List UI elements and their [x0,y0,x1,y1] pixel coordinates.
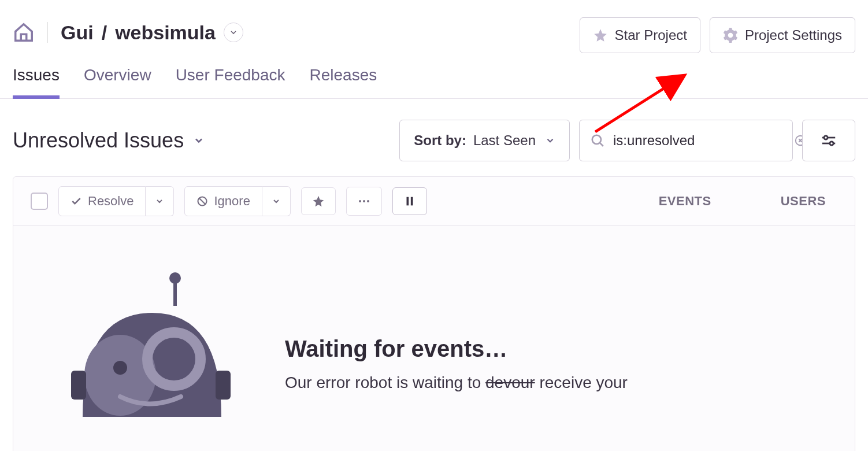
pause-stream-button[interactable] [392,187,427,215]
gear-icon [723,28,738,43]
svg-point-8 [363,200,365,202]
search-input[interactable] [613,132,786,149]
breadcrumb-org[interactable]: Gui [61,21,94,44]
issues-toolbar: Resolve Ignore [13,177,855,226]
project-settings-label: Project Settings [745,27,842,43]
project-dropdown[interactable] [224,23,243,42]
svg-point-16 [113,361,127,375]
svg-rect-10 [406,197,409,206]
sort-value: Last Seen [473,132,536,149]
col-users: USERS [781,194,826,209]
svg-point-5 [830,142,833,145]
col-events: EVENTS [659,194,711,209]
svg-rect-11 [411,197,413,206]
svg-point-3 [824,136,828,139]
breadcrumb-project[interactable]: websimula [115,21,216,44]
robot-illustration [48,249,244,428]
svg-rect-13 [173,283,177,306]
resolve-button[interactable]: Resolve [58,186,146,216]
search-icon [590,133,605,148]
nav-user-feedback[interactable]: User Feedback [176,66,285,98]
ignore-button[interactable]: Ignore [184,186,262,216]
empty-sub-post: receive your [535,374,628,391]
search-box[interactable] [579,120,793,161]
svg-point-12 [169,272,181,284]
nav-issues[interactable]: Issues [13,66,60,98]
home-icon[interactable] [13,21,35,43]
svg-point-9 [367,200,369,202]
sort-dropdown[interactable]: Sort by: Last Seen [399,120,570,161]
empty-sub-strike: devour [485,374,535,391]
svg-rect-17 [71,371,86,400]
resolve-dropdown[interactable] [146,186,174,216]
empty-sub-pre: Our error robot is waiting to [285,374,485,391]
project-settings-button[interactable]: Project Settings [710,17,855,53]
svg-point-0 [592,135,601,144]
more-actions-button[interactable] [346,187,382,216]
breadcrumb-separator: / [102,21,107,44]
filter-dropdown-icon[interactable] [193,135,205,146]
display-options-button[interactable] [802,120,855,161]
empty-state-title: Waiting for events… [285,336,628,362]
svg-point-7 [359,200,361,202]
svg-rect-18 [216,371,231,400]
check-icon [71,195,82,207]
star-icon [593,28,608,43]
star-project-label: Star Project [615,27,687,43]
breadcrumb: Gui / websimula [61,21,243,44]
ignore-icon [196,195,208,207]
nav-releases[interactable]: Releases [310,66,377,98]
star-project-button[interactable]: Star Project [580,17,700,53]
empty-state: Waiting for events… Our error robot is w… [13,226,855,451]
bookmark-button[interactable] [301,187,336,215]
issues-panel: Resolve Ignore [13,176,855,451]
select-all-checkbox[interactable] [31,193,48,210]
divider [47,22,48,43]
project-nav: Issues Overview User Feedback Releases [0,53,868,99]
ignore-label: Ignore [214,194,250,209]
empty-state-subtitle: Our error robot is waiting to devour rec… [285,374,628,392]
resolve-label: Resolve [88,194,133,209]
nav-overview[interactable]: Overview [84,66,151,98]
sort-label: Sort by: [414,132,466,149]
chevron-down-icon [545,135,555,146]
filter-title[interactable]: Unresolved Issues [13,128,184,153]
ignore-dropdown[interactable] [262,186,291,216]
